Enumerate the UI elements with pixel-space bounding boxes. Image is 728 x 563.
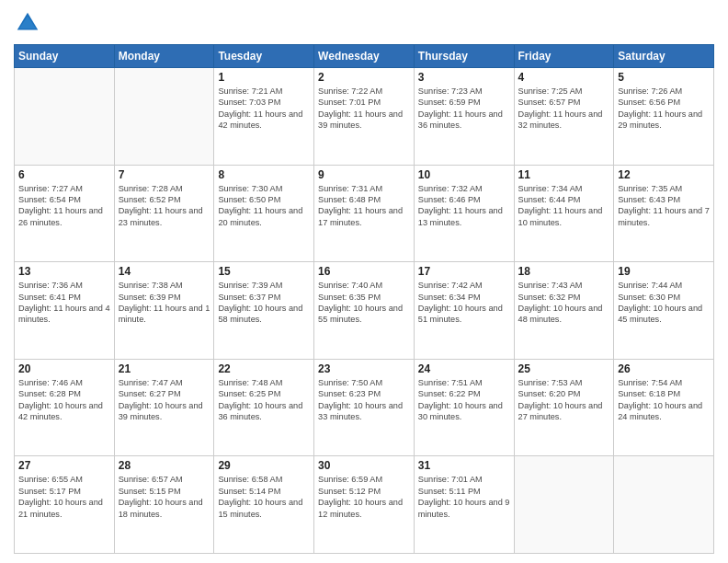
table-row: 25Sunrise: 7:53 AM Sunset: 6:20 PM Dayli… xyxy=(514,359,614,456)
day-number: 14 xyxy=(119,265,210,278)
day-number: 3 xyxy=(418,71,510,84)
day-number: 5 xyxy=(618,71,710,84)
day-info: Sunrise: 7:40 AM Sunset: 6:35 PM Dayligh… xyxy=(318,280,410,326)
calendar-week-row: 13Sunrise: 7:36 AM Sunset: 6:41 PM Dayli… xyxy=(15,262,714,360)
table-row: 5Sunrise: 7:26 AM Sunset: 6:56 PM Daylig… xyxy=(614,68,714,166)
day-number: 27 xyxy=(18,459,110,472)
day-info: Sunrise: 7:26 AM Sunset: 6:56 PM Dayligh… xyxy=(618,86,710,132)
table-row: 4Sunrise: 7:25 AM Sunset: 6:57 PM Daylig… xyxy=(514,68,614,166)
table-row: 3Sunrise: 7:23 AM Sunset: 6:59 PM Daylig… xyxy=(414,68,514,166)
table-row: 6Sunrise: 7:27 AM Sunset: 6:54 PM Daylig… xyxy=(15,165,115,262)
table-row: 13Sunrise: 7:36 AM Sunset: 6:41 PM Dayli… xyxy=(15,262,115,360)
day-info: Sunrise: 7:38 AM Sunset: 6:39 PM Dayligh… xyxy=(119,280,210,326)
day-number: 29 xyxy=(218,459,310,472)
day-number: 7 xyxy=(119,168,210,181)
day-info: Sunrise: 7:35 AM Sunset: 6:43 PM Dayligh… xyxy=(618,183,710,229)
calendar-week-row: 27Sunrise: 6:55 AM Sunset: 5:17 PM Dayli… xyxy=(15,456,714,554)
day-number: 8 xyxy=(218,168,310,181)
table-row: 29Sunrise: 6:58 AM Sunset: 5:14 PM Dayli… xyxy=(214,456,314,554)
table-row xyxy=(114,68,214,166)
day-number: 20 xyxy=(18,362,110,375)
day-number: 28 xyxy=(119,459,210,472)
day-info: Sunrise: 7:50 AM Sunset: 6:23 PM Dayligh… xyxy=(318,377,410,423)
table-row: 28Sunrise: 6:57 AM Sunset: 5:15 PM Dayli… xyxy=(114,456,214,554)
day-info: Sunrise: 7:39 AM Sunset: 6:37 PM Dayligh… xyxy=(218,280,310,326)
table-row: 11Sunrise: 7:34 AM Sunset: 6:44 PM Dayli… xyxy=(514,165,614,262)
table-row: 21Sunrise: 7:47 AM Sunset: 6:27 PM Dayli… xyxy=(114,359,214,456)
day-number: 31 xyxy=(418,459,510,472)
day-info: Sunrise: 7:36 AM Sunset: 6:41 PM Dayligh… xyxy=(18,280,110,326)
day-info: Sunrise: 7:46 AM Sunset: 6:28 PM Dayligh… xyxy=(18,377,110,423)
table-row xyxy=(514,456,614,554)
table-row: 7Sunrise: 7:28 AM Sunset: 6:52 PM Daylig… xyxy=(114,165,214,262)
day-number: 9 xyxy=(318,168,410,181)
day-number: 17 xyxy=(418,265,510,278)
day-number: 19 xyxy=(618,265,710,278)
day-number: 18 xyxy=(518,265,610,278)
table-row: 26Sunrise: 7:54 AM Sunset: 6:18 PM Dayli… xyxy=(614,359,714,456)
day-number: 2 xyxy=(318,71,410,84)
day-info: Sunrise: 7:28 AM Sunset: 6:52 PM Dayligh… xyxy=(119,183,210,229)
col-wednesday: Wednesday xyxy=(314,45,415,68)
table-row: 31Sunrise: 7:01 AM Sunset: 5:11 PM Dayli… xyxy=(414,456,514,554)
day-number: 11 xyxy=(518,168,610,181)
day-info: Sunrise: 7:47 AM Sunset: 6:27 PM Dayligh… xyxy=(119,377,210,423)
day-info: Sunrise: 7:44 AM Sunset: 6:30 PM Dayligh… xyxy=(618,280,710,326)
table-row: 27Sunrise: 6:55 AM Sunset: 5:17 PM Dayli… xyxy=(15,456,115,554)
day-info: Sunrise: 6:57 AM Sunset: 5:15 PM Dayligh… xyxy=(119,474,210,520)
day-info: Sunrise: 7:27 AM Sunset: 6:54 PM Dayligh… xyxy=(18,183,110,229)
day-number: 23 xyxy=(318,362,410,375)
table-row: 1Sunrise: 7:21 AM Sunset: 7:03 PM Daylig… xyxy=(214,68,314,166)
col-tuesday: Tuesday xyxy=(214,45,314,68)
day-number: 25 xyxy=(518,362,610,375)
table-row: 8Sunrise: 7:30 AM Sunset: 6:50 PM Daylig… xyxy=(214,165,314,262)
day-info: Sunrise: 7:23 AM Sunset: 6:59 PM Dayligh… xyxy=(418,86,510,132)
table-row: 18Sunrise: 7:43 AM Sunset: 6:32 PM Dayli… xyxy=(514,262,614,360)
table-row: 12Sunrise: 7:35 AM Sunset: 6:43 PM Dayli… xyxy=(614,165,714,262)
day-number: 26 xyxy=(618,362,710,375)
day-info: Sunrise: 7:42 AM Sunset: 6:34 PM Dayligh… xyxy=(418,280,510,326)
day-number: 16 xyxy=(318,265,410,278)
day-info: Sunrise: 7:21 AM Sunset: 7:03 PM Dayligh… xyxy=(218,86,310,132)
day-info: Sunrise: 7:53 AM Sunset: 6:20 PM Dayligh… xyxy=(518,377,610,423)
day-info: Sunrise: 7:43 AM Sunset: 6:32 PM Dayligh… xyxy=(518,280,610,326)
day-number: 24 xyxy=(418,362,510,375)
day-number: 4 xyxy=(518,71,610,84)
day-number: 6 xyxy=(18,168,110,181)
table-row: 22Sunrise: 7:48 AM Sunset: 6:25 PM Dayli… xyxy=(214,359,314,456)
table-row: 23Sunrise: 7:50 AM Sunset: 6:23 PM Dayli… xyxy=(314,359,415,456)
day-number: 21 xyxy=(119,362,210,375)
col-thursday: Thursday xyxy=(414,45,514,68)
day-info: Sunrise: 7:51 AM Sunset: 6:22 PM Dayligh… xyxy=(418,377,510,423)
table-row: 9Sunrise: 7:31 AM Sunset: 6:48 PM Daylig… xyxy=(314,165,415,262)
col-sunday: Sunday xyxy=(15,45,115,68)
day-info: Sunrise: 7:54 AM Sunset: 6:18 PM Dayligh… xyxy=(618,377,710,423)
day-info: Sunrise: 7:32 AM Sunset: 6:46 PM Dayligh… xyxy=(418,183,510,229)
page: Sunday Monday Tuesday Wednesday Thursday… xyxy=(0,0,728,563)
day-number: 1 xyxy=(218,71,310,84)
calendar-header-row: Sunday Monday Tuesday Wednesday Thursday… xyxy=(15,45,714,68)
table-row: 2Sunrise: 7:22 AM Sunset: 7:01 PM Daylig… xyxy=(314,68,415,166)
day-info: Sunrise: 6:55 AM Sunset: 5:17 PM Dayligh… xyxy=(18,474,110,520)
logo xyxy=(14,9,45,37)
day-number: 30 xyxy=(318,459,410,472)
table-row: 30Sunrise: 6:59 AM Sunset: 5:12 PM Dayli… xyxy=(314,456,415,554)
header xyxy=(14,9,714,37)
day-info: Sunrise: 7:30 AM Sunset: 6:50 PM Dayligh… xyxy=(218,183,310,229)
day-number: 22 xyxy=(218,362,310,375)
table-row: 16Sunrise: 7:40 AM Sunset: 6:35 PM Dayli… xyxy=(314,262,415,360)
table-row: 24Sunrise: 7:51 AM Sunset: 6:22 PM Dayli… xyxy=(414,359,514,456)
day-info: Sunrise: 6:59 AM Sunset: 5:12 PM Dayligh… xyxy=(318,474,410,520)
day-number: 10 xyxy=(418,168,510,181)
table-row: 20Sunrise: 7:46 AM Sunset: 6:28 PM Dayli… xyxy=(15,359,115,456)
day-info: Sunrise: 7:01 AM Sunset: 5:11 PM Dayligh… xyxy=(418,474,510,520)
col-friday: Friday xyxy=(514,45,614,68)
calendar-week-row: 1Sunrise: 7:21 AM Sunset: 7:03 PM Daylig… xyxy=(15,68,714,166)
day-info: Sunrise: 7:25 AM Sunset: 6:57 PM Dayligh… xyxy=(518,86,610,132)
day-number: 13 xyxy=(18,265,110,278)
table-row xyxy=(614,456,714,554)
day-info: Sunrise: 7:34 AM Sunset: 6:44 PM Dayligh… xyxy=(518,183,610,229)
table-row: 19Sunrise: 7:44 AM Sunset: 6:30 PM Dayli… xyxy=(614,262,714,360)
table-row: 14Sunrise: 7:38 AM Sunset: 6:39 PM Dayli… xyxy=(114,262,214,360)
table-row: 10Sunrise: 7:32 AM Sunset: 6:46 PM Dayli… xyxy=(414,165,514,262)
